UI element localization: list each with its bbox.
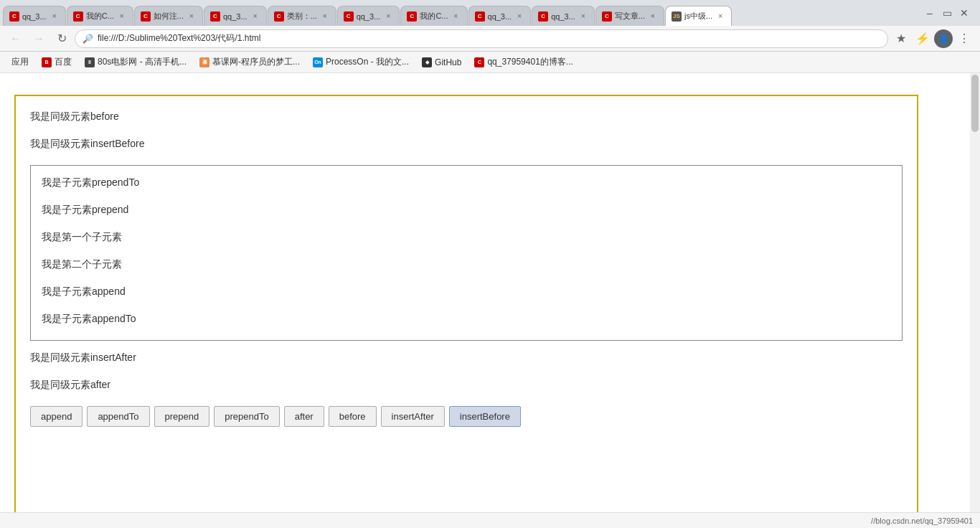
address-bar[interactable]: 🔎 file:///D:/Sublime%20Text%203/代码/1.htm… xyxy=(75,29,888,48)
toolbar: ← → ↻ 🔎 file:///D:/Sublime%20Text%203/代码… xyxy=(0,26,980,52)
tab-favicon-2: C xyxy=(73,11,83,22)
bookmark-github-label: GitHub xyxy=(435,57,461,67)
tab-label-7: 我的C... xyxy=(420,11,448,22)
tab-favicon-7: C xyxy=(407,11,417,22)
tab-qq4[interactable]: C qq_3... × xyxy=(337,6,400,26)
tab-myc[interactable]: C 我的C... × xyxy=(67,6,133,26)
element-before-text: 我是同级元素before xyxy=(30,110,119,122)
lock-icon: 🔎 xyxy=(83,34,93,44)
tab-close-7[interactable]: × xyxy=(451,11,461,22)
bookmark-baidu[interactable]: B 百度 xyxy=(36,55,77,70)
element-before: 我是同级元素before xyxy=(30,110,903,123)
btn-before[interactable]: before xyxy=(329,406,377,427)
tab-qq5[interactable]: C qq_3... × xyxy=(468,6,532,26)
bookmark-processon[interactable]: On ProcessOn - 我的文... xyxy=(307,55,415,70)
tab-close-6[interactable]: × xyxy=(383,11,393,22)
bookmarks-bar: 应用 B 百度 8 80s电影网 - 高清手机... 慕 慕课网-程序员的梦工.… xyxy=(0,52,980,73)
tab-favicon-10: C xyxy=(602,11,612,22)
element-insertBefore-text: 我是同级元素insertBefore xyxy=(30,138,144,149)
btn-append[interactable]: append xyxy=(30,406,83,427)
status-text: //blog.csdn.net/qq_37959401 xyxy=(871,517,973,525)
bookmark-80s-label: 80s电影网 - 高清手机... xyxy=(98,56,187,68)
inner-box: 我是子元素prependTo 我是子元素prepend 我是第一个子元素 我是第… xyxy=(30,165,903,341)
tab-label-3: 如何注... xyxy=(154,11,184,22)
bookmark-mooc-icon: 慕 xyxy=(199,57,209,67)
bookmark-github-icon: ◆ xyxy=(422,57,432,67)
bookmark-apps[interactable]: 应用 xyxy=(6,55,34,70)
profile-button[interactable]: 👤 xyxy=(934,29,953,48)
tab-close-8[interactable]: × xyxy=(514,11,524,22)
tab-close-2[interactable]: × xyxy=(117,11,127,22)
status-bar: //blog.csdn.net/qq_37959401 xyxy=(0,512,980,528)
tab-howto[interactable]: C 如何注... × xyxy=(134,6,203,26)
tab-write[interactable]: C 写文章... × xyxy=(595,6,664,26)
element-prepend-text: 我是子元素prepend xyxy=(42,204,128,215)
tab-close-3[interactable]: × xyxy=(187,11,197,22)
browser-window: C qq_3... × C 我的C... × C 如何注... × C qq_3… xyxy=(0,0,980,528)
element-prepend: 我是子元素prepend xyxy=(42,204,891,217)
minimize-button[interactable]: – xyxy=(923,6,937,20)
element-append-text: 我是子元素append xyxy=(42,286,126,297)
bookmark-baidu-icon: B xyxy=(42,57,52,67)
refresh-button[interactable]: ↻ xyxy=(52,29,72,49)
element-appendTo: 我是子元素appendTo xyxy=(42,313,891,326)
bookmark-csdn-icon: C xyxy=(474,57,484,67)
element-after-text: 我是同级元素after xyxy=(30,379,110,390)
tab-favicon-11: JS xyxy=(672,11,682,22)
tab-cat[interactable]: C 类别：... × xyxy=(268,6,336,26)
title-bar: C qq_3... × C 我的C... × C 如何注... × C qq_3… xyxy=(0,0,980,26)
tab-qq1[interactable]: C qq_3... × xyxy=(3,6,66,26)
bookmark-processon-icon: On xyxy=(313,57,323,67)
toolbar-actions: ★ ⚡ 👤 ⋮ xyxy=(891,29,974,49)
bookmark-mooc[interactable]: 慕 慕课网-程序员的梦工... xyxy=(194,55,306,70)
element-insertBefore: 我是同级元素insertBefore xyxy=(30,138,903,151)
close-button[interactable]: ✕ xyxy=(957,6,971,20)
element-appendTo-text: 我是子元素appendTo xyxy=(42,313,136,324)
element-secondChild: 我是第二个子元素 xyxy=(42,258,891,271)
scrollbar-track[interactable] xyxy=(970,73,980,512)
bookmark-80s[interactable]: 8 80s电影网 - 高清手机... xyxy=(79,55,192,70)
tab-qq3[interactable]: C qq_3... × xyxy=(204,6,267,26)
bookmark-csdn[interactable]: C qq_37959401的博客... xyxy=(468,55,578,70)
restore-button[interactable]: ▭ xyxy=(940,6,954,20)
tab-label-2: 我的C... xyxy=(86,11,114,22)
tab-close-5[interactable]: × xyxy=(320,11,330,22)
bookmark-github[interactable]: ◆ GitHub xyxy=(416,56,467,69)
tab-myc2[interactable]: C 我的C... × xyxy=(400,6,467,26)
tab-close-10[interactable]: × xyxy=(648,11,658,22)
tab-label-1: qq_3... xyxy=(22,12,47,21)
btn-insertBefore[interactable]: insertBefore xyxy=(449,406,521,427)
tab-favicon-3: C xyxy=(141,11,151,22)
element-insertAfter-text: 我是同级元素insertAfter xyxy=(30,352,136,363)
bookmark-star-button[interactable]: ★ xyxy=(891,29,911,49)
scrollbar-thumb[interactable] xyxy=(971,75,979,132)
btn-after[interactable]: after xyxy=(284,406,324,427)
tab-favicon-6: C xyxy=(344,11,354,22)
btn-appendTo[interactable]: appendTo xyxy=(87,406,149,427)
tab-close-4[interactable]: × xyxy=(250,11,260,22)
element-secondChild-text: 我是第二个子元素 xyxy=(42,258,122,270)
back-button[interactable]: ← xyxy=(6,29,26,49)
page-content: 我是同级元素before 我是同级元素insertBefore 我是子元素pre… xyxy=(0,73,980,512)
btn-insertAfter[interactable]: insertAfter xyxy=(381,406,445,427)
bookmark-mooc-label: 慕课网-程序员的梦工... xyxy=(212,56,300,68)
btn-prependTo[interactable]: prependTo xyxy=(214,406,279,427)
forward-button[interactable]: → xyxy=(29,29,49,49)
extension-button[interactable]: ⚡ xyxy=(913,29,933,49)
tab-js-active[interactable]: JS js中级... × xyxy=(665,6,732,26)
page-inner: 我是同级元素before 我是同级元素insertBefore 我是子元素pre… xyxy=(0,73,933,512)
bookmark-apps-label: 应用 xyxy=(11,56,29,68)
bookmark-baidu-label: 百度 xyxy=(55,56,72,68)
tab-close-9[interactable]: × xyxy=(578,11,588,22)
tab-label-6: qq_3... xyxy=(357,12,381,21)
tab-close-11[interactable]: × xyxy=(715,11,725,22)
settings-button[interactable]: ⋮ xyxy=(954,29,974,49)
tab-label-8: qq_3... xyxy=(488,12,512,21)
tab-favicon-9: C xyxy=(538,11,548,22)
btn-prepend[interactable]: prepend xyxy=(154,406,210,427)
tab-label-10: 写文章... xyxy=(615,11,645,22)
tab-close-1[interactable]: × xyxy=(50,11,60,22)
element-firstChild: 我是第一个子元素 xyxy=(42,231,891,244)
bookmark-processon-label: ProcessOn - 我的文... xyxy=(326,56,409,68)
tab-qq6[interactable]: C qq_3... × xyxy=(532,6,595,26)
